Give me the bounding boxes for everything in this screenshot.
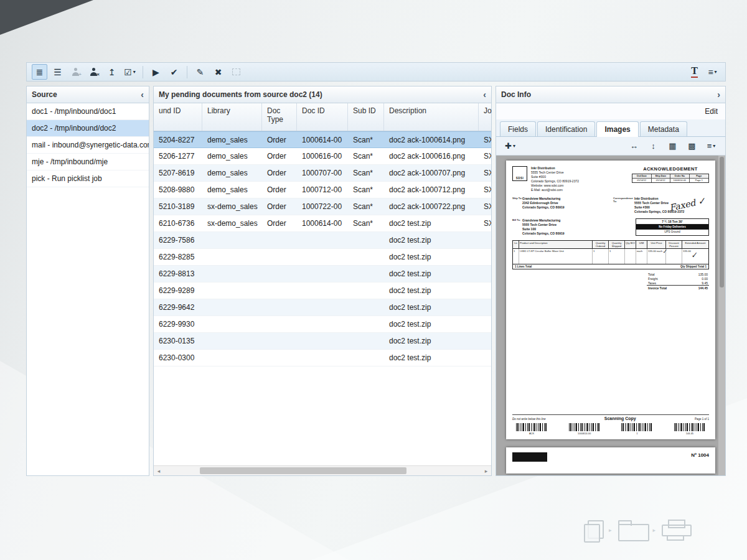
tab-identification[interactable]: Identification	[537, 121, 595, 136]
table-cell: 6230-0300	[154, 350, 202, 366]
edit-link[interactable]: Edit	[705, 107, 718, 116]
approve-button[interactable]: ✔	[166, 64, 182, 80]
table-row[interactable]: 6229-8285doc2 test.zip	[154, 249, 491, 266]
table-cell	[262, 316, 297, 332]
user-add-button[interactable]: +	[68, 64, 83, 80]
select-region-button[interactable]	[228, 64, 244, 80]
table-cell	[297, 266, 348, 282]
items-table-head: LnProduct and DescriptionQuantity Ordere…	[513, 241, 708, 249]
column-header-sub-id[interactable]: Sub ID	[348, 103, 384, 131]
totals-value: 135.00	[698, 273, 708, 276]
table-cell	[297, 350, 348, 366]
table-cell: 1000616-00	[297, 148, 348, 164]
expand-right-icon[interactable]: ›	[717, 90, 720, 99]
items-header-cell: Unit Price	[647, 241, 666, 248]
source-item[interactable]: mail - inbound@synergetic-data.com	[27, 137, 149, 154]
run-button[interactable]: ▶	[148, 64, 164, 80]
items-table-row: 1I-KB1 LT-KP Circular Buffer Mixer Unit1…	[513, 249, 708, 264]
column-header-inbound-id[interactable]: und ID	[154, 103, 202, 131]
grid-small-button[interactable]: ▦	[665, 138, 680, 154]
table-cell: 6229-9289	[154, 282, 202, 299]
table-cell: 1000707-00	[297, 165, 348, 181]
column-header-doc-type[interactable]: Doc Type	[262, 103, 297, 131]
table-cell: doc2 test.zip	[384, 232, 479, 248]
document-page-1: SDSI Inkr Distribution 5555 Tech Center …	[506, 161, 715, 439]
marquee-icon	[232, 68, 240, 75]
view-columns-button[interactable]: ☰	[50, 64, 65, 80]
table-row[interactable]: 5208-9880demo_salesOrder1000712-00Scan*d…	[154, 182, 491, 198]
table-cell	[479, 299, 491, 315]
table-row[interactable]: 6229-9930doc2 test.zip	[154, 316, 491, 333]
vertical-scrollbar-thumb[interactable]	[720, 157, 724, 287]
upload-button[interactable]: ↥	[104, 64, 120, 80]
background-workflow-icons: ▸ ▸	[584, 513, 715, 548]
table-cell: doc2 ack-1000707.png	[384, 165, 479, 181]
table-cell	[479, 266, 491, 282]
table-cell: demo_sales	[202, 165, 262, 181]
table-row[interactable]: 5204-8227demo_salesOrder1000614-00Scan*d…	[154, 131, 491, 148]
table-row[interactable]: 6230-0300doc2 test.zip	[154, 350, 491, 366]
text-tool-button[interactable]: T	[687, 64, 702, 80]
table-row[interactable]: 6229-7586doc2 test.zip	[154, 232, 491, 249]
fit-width-button[interactable]: ↔	[626, 138, 642, 154]
table-row[interactable]: 6229-9642doc2 test.zip	[154, 299, 491, 316]
table-cell: SX_	[479, 182, 491, 198]
items-cell	[666, 249, 682, 264]
play-icon: ▶	[153, 68, 159, 77]
scroll-left-icon[interactable]: ◂	[154, 468, 164, 474]
table-row[interactable]: 5207-8619demo_salesOrder1000707-00Scan*d…	[154, 165, 491, 182]
view-list-button[interactable]: ≣	[32, 64, 47, 80]
table-cell: 6229-8813	[154, 266, 202, 282]
collapse-left-icon[interactable]: ‹	[483, 90, 486, 99]
column-header-library[interactable]: Library	[202, 103, 262, 131]
table-cell	[479, 333, 491, 349]
column-header-doc-id[interactable]: Doc ID	[297, 103, 348, 131]
table-row[interactable]: 6210-6736sx-demo_salesOrder1000614-00Sca…	[154, 215, 491, 232]
source-item[interactable]: doc2 - /tmp/inbound/doc2	[27, 120, 149, 137]
totals-row: Taxes9.45	[647, 281, 709, 285]
table-cell	[202, 350, 262, 366]
pan-tool-button[interactable]: ✚ ▾	[502, 138, 518, 154]
tab-metadata[interactable]: Metadata	[640, 121, 687, 136]
menu-button[interactable]: ≡ ▾	[705, 64, 720, 80]
items-header-cell: Qty B/O	[625, 241, 636, 248]
mini-value-cell: 05/14/12	[632, 179, 652, 182]
table-cell: 5208-9880	[154, 182, 202, 198]
arrow-right-icon: ▸	[609, 527, 612, 533]
move-icon: ✚	[505, 142, 512, 150]
select-documents-button[interactable]: ☑ ▾	[122, 64, 138, 80]
table-row[interactable]: 6229-9289doc2 test.zip	[154, 282, 491, 299]
table-row[interactable]: 6229-8813doc2 test.zip	[154, 266, 491, 282]
tab-fields[interactable]: Fields	[500, 121, 536, 136]
documents-panel: My pending documents from source doc2 (1…	[153, 86, 492, 476]
tab-images[interactable]: Images	[596, 121, 638, 137]
scrollbar-thumb[interactable]	[200, 467, 406, 474]
image-viewer[interactable]: SDSI Inkr Distribution 5555 Tech Center …	[496, 156, 725, 475]
table-row[interactable]: 6230-0135doc2 test.zip	[154, 333, 491, 350]
horizontal-scrollbar[interactable]: ◂ ▸	[154, 465, 491, 475]
image-menu-button[interactable]: ≡ ▾	[703, 138, 719, 154]
fit-height-button[interactable]: ↕	[646, 138, 661, 154]
scrollbar-track[interactable]	[164, 466, 481, 475]
table-cell: Order	[262, 198, 297, 215]
delete-document-button[interactable]: ✖	[210, 64, 226, 80]
scroll-right-icon[interactable]: ▸	[481, 468, 491, 474]
barcode-caption: 144.45	[674, 432, 705, 435]
edit-document-button[interactable]: ✎	[192, 64, 208, 80]
grid-large-button[interactable]: ▩	[684, 138, 700, 154]
column-header-job[interactable]: Jo	[479, 103, 497, 131]
column-header-description[interactable]: Description	[384, 103, 479, 131]
source-item[interactable]: doc1 - /tmp/inbound/doc1	[27, 103, 149, 120]
table-cell: demo_sales	[202, 148, 262, 164]
table-cell: Order	[262, 148, 297, 164]
vertical-scrollbar[interactable]	[718, 156, 725, 475]
source-item[interactable]: mje - /tmp/inbound/mje	[27, 154, 149, 170]
totals-row: Total135.00	[647, 272, 709, 276]
totals-label: Taxes	[648, 281, 656, 285]
main-toolbar: ≣ ☰ + × ↥ ☑ ▾ ▶ ✔ ✎ ✖	[26, 62, 726, 82]
source-item[interactable]: pick - Run picklist job	[27, 170, 149, 187]
table-row[interactable]: 5206-1277demo_salesOrder1000616-00Scan*d…	[154, 148, 491, 165]
user-remove-button[interactable]: ×	[86, 64, 101, 80]
table-row[interactable]: 5210-3189sx-demo_salesOrder1000722-00Sca…	[154, 198, 491, 215]
collapse-left-icon[interactable]: ‹	[141, 90, 144, 99]
